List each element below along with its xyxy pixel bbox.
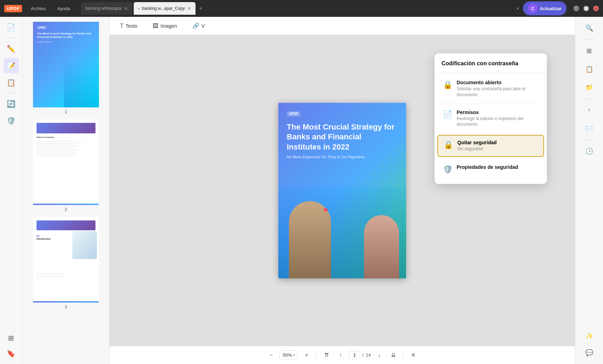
nav-prev-button[interactable]: ↑	[335, 350, 346, 361]
chat-right-button[interactable]: 💬	[581, 344, 598, 361]
update-button[interactable]: C Actualizar	[523, 1, 566, 15]
thumbnail-page-3[interactable]: 01 Introduction 3	[25, 216, 106, 310]
close-button[interactable]: ✕	[593, 6, 599, 11]
tab-close-2[interactable]: ✕	[187, 6, 191, 11]
thumb-page1-content: UPDF The Most Crucial Strategy for Banks…	[33, 22, 99, 107]
pdf-title: The Most Crucial Strategy for Banks and …	[287, 122, 398, 152]
panel-item-quitar-content: Quitar seguridad Sin seguridad	[457, 140, 538, 152]
nav-separator	[403, 351, 404, 359]
tool-bookmark[interactable]: 🔖	[4, 346, 19, 361]
right-separator-3	[584, 140, 595, 140]
pdf-people-image	[278, 187, 406, 278]
top-toolbar: T Texto 🖼 Imagen 🔗 V	[110, 17, 575, 35]
app-logo: UPDF	[4, 5, 22, 12]
link-icon: 🔗	[192, 22, 199, 29]
toolbar-separator-2	[6, 93, 17, 93]
window-controls: — ⬜ ✕	[574, 6, 599, 11]
toolbar-link-label: V	[201, 23, 205, 29]
titlebar-right: ▾ C Actualizar — ⬜ ✕	[517, 1, 599, 15]
email-right-button[interactable]: ✉️	[581, 120, 598, 137]
thumb-title-1: The Most Crucial Strategy for Banks and …	[37, 32, 95, 39]
tool-text-mode[interactable]: 📄	[4, 20, 19, 35]
tool-annotate-mode[interactable]: 📝	[4, 58, 19, 73]
thumb-sub-1: No More Expenses!	[37, 41, 95, 43]
search-right-button[interactable]: 🔍	[581, 20, 598, 37]
right-bottom-tools: ✨ 💬	[581, 327, 598, 361]
thumb-num-3: 3	[65, 305, 67, 310]
nav-next-button[interactable]: ↓	[374, 350, 385, 361]
nav-first-button[interactable]: ⇈	[321, 350, 332, 361]
minimize-button[interactable]: —	[574, 6, 579, 11]
panel-item-permisos[interactable]: 📄 Permisos Restringir la edición e impre…	[437, 105, 544, 132]
pdf-image-area	[278, 180, 406, 278]
toolbar-link[interactable]: 🔗 V	[189, 20, 208, 31]
panel-item-permisos-desc: Restringir la edición e impresión del do…	[457, 116, 538, 128]
maximize-button[interactable]: ⬜	[583, 6, 589, 11]
thumb-logo-1: UPDF	[37, 26, 47, 29]
tab-banking-copy[interactable]: ▾ banking w...apar_Copy ✕	[134, 2, 195, 15]
nav-last-button[interactable]: ⇊	[388, 350, 399, 361]
right-separator-1	[584, 39, 595, 40]
thumb-img-decor-3	[72, 231, 97, 259]
propiedades-icon: 🛡️	[443, 165, 452, 174]
pdf-person1	[289, 201, 331, 278]
thumbnail-page-1[interactable]: UPDF The Most Crucial Strategy for Banks…	[25, 21, 106, 114]
bottom-toolbar: − 50% ▾ + ⇈ ↑ / 14 ↓ ⇊ ✕	[110, 346, 575, 364]
tool-layers[interactable]: ⊞	[4, 330, 19, 346]
panel-item-propiedades-title: Propiedades de seguridad	[457, 164, 538, 170]
thumb-header-2	[37, 123, 95, 133]
content-area: T Texto 🖼 Imagen 🔗 V UPDF The Most Cruci…	[110, 17, 575, 364]
panel-item-propiedades[interactable]: 🛡️ Propiedades de seguridad	[437, 160, 544, 178]
zoom-display[interactable]: 50% ▾	[279, 351, 298, 359]
zoom-level: 50%	[283, 352, 292, 358]
thumb-img-2: Table of Contents	[32, 119, 100, 206]
main-area: 📄 ✏️ 📝 📋 🔄 🛡️ ⊞ 🔖 UPDF The Most Crucial …	[0, 17, 603, 364]
toolbar-text[interactable]: T Texto	[117, 21, 141, 31]
thumb-header-3	[37, 220, 95, 230]
zoom-out-button[interactable]: −	[265, 350, 277, 361]
tool-protect-mode[interactable]: 🛡️	[4, 113, 19, 128]
tab-label: banking whitepapar	[85, 6, 122, 11]
panel-items: 🔒 Documento abierto Solicitar una contra…	[435, 73, 547, 181]
tabs-dropdown[interactable]: ▾	[517, 6, 519, 11]
left-toolbar: 📄 ✏️ 📝 📋 🔄 🛡️ ⊞ 🔖	[0, 17, 22, 364]
thumbnail-panel: UPDF The Most Crucial Strategy for Banks…	[22, 17, 110, 364]
pdf-area: UPDF The Most Crucial Strategy for Banks…	[110, 35, 575, 346]
history-right-button[interactable]: 🕒	[581, 143, 598, 160]
grid-right-button[interactable]: ⊞	[581, 42, 598, 59]
password-panel: Codificación con contraseña 🔒 Documento …	[435, 53, 547, 184]
tab-label-active: banking w...apar_Copy	[142, 6, 185, 11]
zoom-dropdown-icon: ▾	[293, 353, 295, 357]
thumb-footer-2	[33, 204, 99, 205]
thumb-img-1: UPDF The Most Crucial Strategy for Banks…	[32, 21, 100, 108]
sparkle-right-button[interactable]: ✨	[581, 327, 598, 344]
share-right-button[interactable]: ↑	[581, 102, 598, 119]
thumb-footer-3	[33, 301, 99, 303]
thumb-toc-title: Table of Contents	[37, 136, 95, 138]
tab-banking-whitepaper[interactable]: banking whitepapar ✕	[81, 2, 132, 15]
pdf-person2	[364, 215, 399, 278]
image-icon: 🖼	[153, 23, 158, 29]
panel-item-quitar[interactable]: 🔒 Quitar seguridad Sin seguridad	[437, 135, 544, 157]
tab-close-1[interactable]: ✕	[124, 6, 128, 11]
file-right-button[interactable]: 📁	[581, 79, 598, 96]
menu-archivo[interactable]: Archivo	[28, 5, 48, 13]
toolbar-image[interactable]: 🖼 Imagen	[149, 21, 180, 31]
toolbar-text-label: Texto	[126, 23, 137, 29]
pdf-subtitle: No More Expenses! It's Time to Go Paperl…	[287, 155, 398, 159]
close-nav-button[interactable]: ✕	[408, 350, 419, 361]
panel-item-open-doc[interactable]: 🔒 Documento abierto Solicitar una contra…	[437, 75, 544, 102]
tool-form-mode[interactable]: 📋	[4, 75, 19, 90]
thumbnail-page-2[interactable]: Table of Contents 2	[25, 119, 106, 212]
zoom-in-button[interactable]: +	[301, 350, 312, 361]
thumb-page3-content: 01 Introduction	[33, 217, 99, 303]
pdf-cover: UPDF The Most Crucial Strategy for Banks…	[278, 103, 406, 278]
panel-item-open-content: Documento abierto Solicitar una contrase…	[457, 80, 538, 98]
tool-organize-mode[interactable]: 🔄	[4, 96, 19, 112]
extract-right-button[interactable]: 📋	[581, 61, 598, 78]
page-separator: /	[362, 352, 364, 358]
tool-edit-mode[interactable]: ✏️	[4, 41, 19, 57]
page-current-input[interactable]	[349, 351, 360, 359]
tab-add-button[interactable]: +	[197, 5, 205, 12]
menu-ayuda[interactable]: Ayuda	[54, 5, 73, 13]
